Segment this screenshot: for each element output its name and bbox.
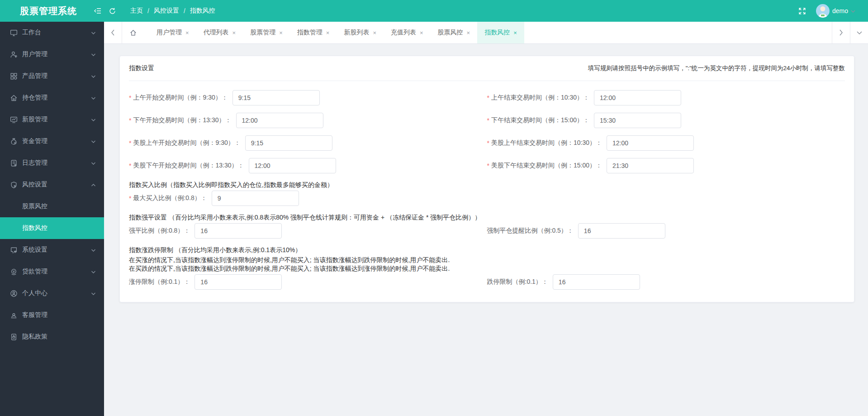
tab-stock-risk[interactable]: 股票风控 × — [431, 22, 478, 43]
required-asterisk: * — [129, 139, 131, 147]
tab-label: 指数管理 — [297, 29, 323, 37]
close-icon[interactable]: × — [232, 30, 236, 36]
section-price-limit: 指数涨跌停限制 （百分比均采用小数来表示,例:0.1表示10%） 在买涨的情况下… — [129, 246, 845, 290]
field-label: 跌停限制（例:0.1）： — [487, 278, 548, 286]
tab-home-button[interactable] — [122, 22, 144, 43]
close-icon[interactable]: × — [373, 30, 376, 36]
fill-rules-note: 填写规则请按照括号中的示例填写，":"统一为英文中的字符，提现时间为24小时制，… — [588, 64, 845, 72]
refresh-icon[interactable] — [105, 0, 119, 22]
close-icon[interactable]: × — [513, 30, 517, 36]
system-gear-icon — [10, 246, 18, 254]
morning-close-time-input[interactable] — [594, 90, 681, 105]
field-label: 美股下午开始交易时间（例：13:30）： — [133, 162, 244, 170]
field-morning-open-time: * 上午开始交易时间（例：9:30）： — [129, 90, 487, 105]
tab-index-management[interactable]: 指数管理 × — [290, 22, 337, 43]
price-limit-rule-line-1: 在买涨的情况下,当该指数涨幅达到涨停限制的时候,用户不能买入; 当该指数涨幅达到… — [129, 256, 845, 264]
sidebar-item-system-settings[interactable]: 系统设置 — [0, 239, 104, 261]
sidebar-item-user-management[interactable]: 用户管理 — [0, 43, 104, 65]
sidebar-item-personal-center[interactable]: 个人中心 — [0, 282, 104, 304]
sidebar-item-position-management[interactable]: 持仓管理 — [0, 87, 104, 109]
card-body: * 上午开始交易时间（例：9:30）： * 上午结束交易时间（例：10:30）：… — [129, 81, 845, 290]
liquidation-alert-ratio-input[interactable] — [578, 223, 665, 239]
max-buy-ratio-input[interactable] — [212, 191, 299, 206]
required-asterisk: * — [129, 117, 131, 124]
tab-label: 指数风控 — [484, 29, 510, 37]
breadcrumb-risk-settings[interactable]: 风控设置 — [154, 7, 179, 15]
headset-icon — [10, 311, 18, 319]
tab-agent-list[interactable]: 代理列表 × — [196, 22, 243, 43]
sidebar-item-risk-settings[interactable]: 风控设置 — [0, 174, 104, 196]
sidebar-item-stock-risk[interactable]: 股票风控 — [0, 196, 104, 217]
close-icon[interactable]: × — [326, 30, 330, 36]
us-afternoon-open-time-input[interactable] — [249, 158, 336, 173]
us-morning-close-time-input[interactable] — [607, 135, 694, 151]
tab-index-risk[interactable]: 指数风控 × — [477, 22, 524, 43]
tabs-menu-button[interactable] — [850, 22, 868, 43]
sidebar-item-new-stock-management[interactable]: 新股管理 — [0, 109, 104, 130]
tab-user-management[interactable]: 用户管理 × — [149, 22, 196, 43]
field-label: 强制平仓提醒比例（例:0.5）： — [487, 227, 574, 235]
required-asterisk: * — [129, 162, 131, 169]
grid-icon — [10, 72, 18, 80]
liquidation-section-title: 指数强平设置 （百分比均采用小数来表示,例:0.8表示80% 强制平仓线计算规则… — [129, 213, 845, 222]
card-header: 指数设置 填写规则请按照括号中的示例填写，":"统一为英文中的字符，提现时间为2… — [129, 56, 845, 81]
price-limit-rule-line-2: 在买跌的情况下,当该指数涨幅达到跌停限制的时候,用户不能买入; 当该指数涨幅达到… — [129, 264, 845, 273]
close-icon[interactable]: × — [420, 30, 423, 36]
sidebar-item-workbench[interactable]: 工作台 — [0, 22, 104, 43]
sidebar-item-log-management[interactable]: 日志管理 — [0, 152, 104, 174]
fullscreen-icon[interactable] — [795, 0, 810, 22]
section-liquidation: 指数强平设置 （百分比均采用小数来表示,例:0.8表示80% 强制平仓线计算规则… — [129, 213, 845, 239]
required-asterisk: * — [487, 162, 489, 169]
main-content: 指数设置 填写规则请按照括号中的示例填写，":"统一为英文中的字符，提现时间为2… — [104, 44, 868, 416]
chevron-down-icon — [91, 29, 96, 36]
sidebar-item-loan-management[interactable]: 贷款管理 — [0, 261, 104, 282]
morning-open-time-input[interactable] — [232, 90, 320, 105]
tabs-scroll-left-button[interactable] — [104, 22, 122, 43]
us-afternoon-close-time-input[interactable] — [607, 158, 694, 173]
index-settings-card: 指数设置 填写规则请按照括号中的示例填写，":"统一为英文中的字符，提现时间为2… — [119, 56, 854, 302]
chevron-down-icon — [91, 268, 96, 275]
tabs-strip: 用户管理 × 代理列表 × 股票管理 × 指数管理 × 新股列表 × 充值列表 … — [144, 22, 832, 43]
field-liquidation-ratio: 强平比例（例:0.8）： — [129, 223, 487, 239]
sidebar-item-index-risk[interactable]: 指数风控 — [0, 217, 104, 239]
sidebar-item-customer-service[interactable]: 客服管理 — [0, 304, 104, 326]
username: demo — [832, 7, 848, 14]
afternoon-open-time-input[interactable] — [236, 113, 323, 128]
stock-chart-icon — [10, 116, 18, 124]
sidebar-subitem-label: 指数风控 — [22, 224, 47, 232]
close-icon[interactable]: × — [467, 30, 470, 36]
chevron-down-icon — [91, 290, 96, 297]
tab-label: 新股列表 — [344, 29, 369, 37]
field-us-afternoon-open-time: * 美股下午开始交易时间（例：13:30）： — [129, 158, 487, 173]
close-icon[interactable]: × — [279, 30, 283, 36]
sidebar-item-funds-management[interactable]: 资金管理 — [0, 130, 104, 152]
tab-recharge-list[interactable]: 充值列表 × — [384, 22, 431, 43]
upper-limit-input[interactable] — [194, 274, 282, 290]
collapse-sidebar-icon[interactable] — [90, 0, 105, 22]
user-menu[interactable]: demo — [816, 4, 855, 18]
loan-coin-icon — [10, 268, 18, 276]
tabs-scroll-right-button[interactable] — [832, 22, 850, 43]
chevron-down-icon — [91, 116, 96, 123]
tab-stock-management[interactable]: 股票管理 × — [243, 22, 290, 43]
sidebar-item-product-management[interactable]: 产品管理 — [0, 65, 104, 87]
afternoon-close-time-input[interactable] — [594, 113, 681, 128]
required-asterisk: * — [487, 117, 489, 124]
sidebar-item-privacy-policy[interactable]: 隐私政策 — [0, 326, 104, 348]
field-label: 美股上午开始交易时间（例：9:30）： — [133, 139, 240, 147]
sidebar-item-label: 日志管理 — [22, 159, 47, 167]
breadcrumb-current: 指数风控 — [190, 7, 215, 15]
close-icon[interactable]: × — [185, 30, 189, 36]
field-label: 涨停限制（例:0.1）： — [129, 278, 190, 286]
liquidation-ratio-input[interactable] — [194, 223, 282, 239]
breadcrumb: 主页 / 风控设置 / 指数风控 — [130, 7, 215, 15]
lower-limit-input[interactable] — [553, 274, 640, 290]
sidebar-item-label: 资金管理 — [22, 137, 47, 145]
sidebar-item-label: 客服管理 — [22, 311, 47, 319]
field-upper-limit: 涨停限制（例:0.1）： — [129, 274, 487, 290]
field-afternoon-close-time: * 下午结束交易时间（例：15:00）： — [487, 113, 845, 128]
tab-new-stock-list[interactable]: 新股列表 × — [337, 22, 384, 43]
breadcrumb-home[interactable]: 主页 — [130, 7, 143, 15]
us-morning-open-time-input[interactable] — [245, 135, 332, 151]
field-us-morning-open-time: * 美股上午开始交易时间（例：9:30）： — [129, 135, 487, 151]
